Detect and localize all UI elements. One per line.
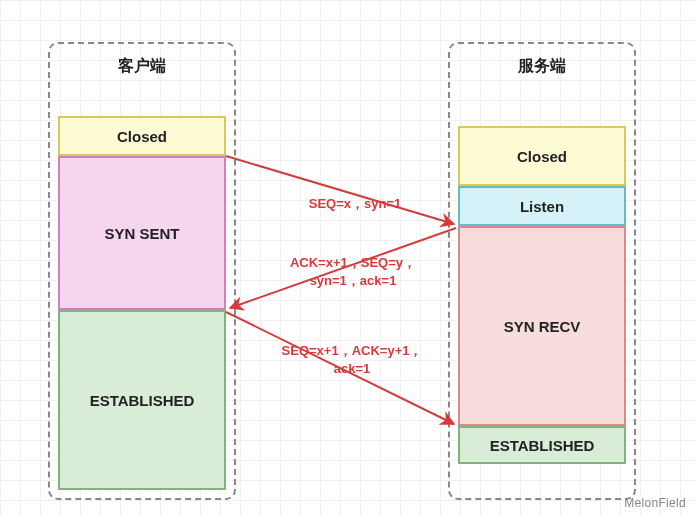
server-state-closed: Closed: [458, 126, 626, 186]
client-state-closed: Closed: [58, 116, 226, 156]
client-state-syn-sent: SYN SENT: [58, 156, 226, 310]
server-state-listen-label: Listen: [520, 198, 564, 215]
server-state-syn-recv-label: SYN RECV: [504, 318, 581, 335]
server-state-closed-label: Closed: [517, 148, 567, 165]
client-state-established: ESTABLISHED: [58, 310, 226, 490]
server-state-established-label: ESTABLISHED: [490, 437, 595, 454]
client-title: 客户端: [50, 44, 234, 91]
arrow-syn: [226, 156, 454, 224]
server-state-established: ESTABLISHED: [458, 426, 626, 464]
client-state-established-label: ESTABLISHED: [90, 392, 195, 409]
client-state-closed-label: Closed: [117, 128, 167, 145]
diagram-canvas: 客户端 Closed SYN SENT ESTABLISHED 服务端 Clos…: [0, 0, 696, 516]
watermark: MelonField: [624, 496, 686, 510]
msg-syn: SEQ=x，syn=1: [270, 195, 440, 213]
server-title: 服务端: [450, 44, 634, 91]
server-state-syn-recv: SYN RECV: [458, 226, 626, 426]
server-state-listen: Listen: [458, 186, 626, 226]
client-state-syn-sent-label: SYN SENT: [104, 225, 179, 242]
msg-syn-ack: ACK=x+1，SEQ=y， syn=1，ack=1: [258, 254, 448, 289]
msg-ack: SEQ=x+1，ACK=y+1， ack=1: [252, 342, 452, 377]
